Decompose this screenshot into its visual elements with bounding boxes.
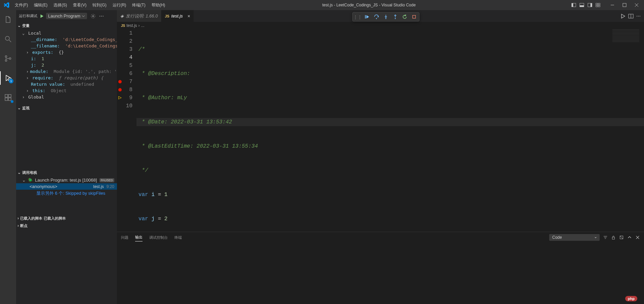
extensions-icon[interactable] (0, 91, 16, 104)
php-watermark: php (625, 296, 637, 301)
menu-selection[interactable]: 选择(S) (51, 1, 70, 9)
bottom-panel: 问题 输出 调试控制台 终端 Code (117, 232, 644, 304)
gear-icon[interactable] (90, 13, 96, 19)
step-out-icon[interactable] (392, 14, 398, 20)
svg-rect-5 (591, 3, 592, 7)
svg-point-30 (386, 18, 387, 19)
panel-tab-problems[interactable]: 问题 (121, 234, 128, 241)
layout-controls (570, 1, 602, 9)
scope-global[interactable]: ›Global (16, 94, 117, 100)
menu-file[interactable]: 文件(F) (12, 1, 31, 9)
debug-sidebar: 运行和调试 Launch Program ⋯ ⌄变量 ⌄Local __dirn… (16, 10, 117, 304)
breakpoint-icon[interactable] (118, 80, 122, 83)
activity-bar: 1 (0, 10, 16, 304)
run-debug-label: 运行和调试 (19, 13, 37, 18)
scope-local[interactable]: ⌄Local (16, 30, 117, 36)
close-panel-icon[interactable] (635, 235, 640, 240)
breakpoints-header[interactable]: ›断点 (16, 222, 117, 229)
more-actions-icon[interactable]: ⋯ (99, 13, 104, 19)
code-content[interactable]: /* * @Description: * @Author: mLy * @Dat… (136, 29, 644, 232)
menu-edit[interactable]: 编辑(E) (31, 1, 50, 9)
show-skipped-frames[interactable]: 显示另外 6 个: Skipped by skipFiles (16, 190, 117, 197)
step-into-icon[interactable] (383, 14, 389, 20)
panel-tab-output[interactable]: 输出 (135, 233, 143, 241)
search-icon[interactable] (0, 32, 16, 46)
debug-config-select[interactable]: Launch Program (46, 13, 87, 19)
var-dirname[interactable]: __dirname: 'd:\LeetCode_Codings_JS' (16, 36, 117, 43)
breadcrumb[interactable]: JS test.js › ... (117, 22, 644, 29)
lock-icon[interactable] (611, 235, 616, 240)
svg-point-17 (5, 60, 7, 62)
svg-point-16 (5, 56, 7, 58)
var-filename[interactable]: __filename: 'd:\LeetCode_Codings_JS… (16, 43, 117, 49)
svg-point-28 (376, 18, 377, 19)
panel-left-icon[interactable] (570, 1, 577, 9)
run-debug-icon[interactable]: 1 (0, 71, 16, 85)
breakpoint-icon[interactable] (118, 88, 122, 91)
split-editor-icon[interactable] (628, 13, 634, 19)
menu-help[interactable]: 帮助(H) (149, 1, 168, 9)
variables-header[interactable]: ⌄变量 (16, 22, 117, 29)
step-over-icon[interactable] (373, 14, 379, 20)
menu-terminal[interactable]: 终端(T) (129, 1, 148, 9)
minimize-button[interactable] (607, 0, 618, 10)
stack-frame-anonymous[interactable]: <anonymous> test.js 9:20 (16, 183, 117, 190)
minimap[interactable] (612, 29, 639, 43)
svg-rect-3 (580, 5, 584, 7)
tab-testjs[interactable]: JS test.js × (161, 10, 194, 22)
var-this[interactable]: ›this: Object (16, 87, 117, 94)
svg-rect-1 (572, 3, 573, 7)
var-exports[interactable]: ›exports: {} (16, 49, 117, 55)
editor-more-icon[interactable]: ⋯ (636, 13, 641, 18)
svg-rect-27 (365, 15, 366, 18)
callstack-header[interactable]: ⌄调用堆栈 (16, 169, 117, 176)
output-channel-select[interactable]: Code (549, 234, 600, 241)
menu-view[interactable]: 查看(V) (70, 1, 89, 9)
svg-rect-22 (8, 98, 11, 101)
glyph-margin[interactable]: ▷ (117, 29, 123, 232)
filter-icon[interactable] (603, 235, 608, 240)
js-file-icon: JS (121, 24, 125, 28)
explorer-icon[interactable] (0, 13, 16, 26)
debug-toolbar-float[interactable]: ⋮⋮ (352, 12, 419, 22)
vscode-logo-icon (3, 2, 9, 8)
line-numbers-gutter[interactable]: 12345678910 (123, 29, 136, 232)
menu-go[interactable]: 转到(G) (90, 1, 109, 9)
continue-icon[interactable] (364, 14, 370, 20)
customize-layout-icon[interactable] (594, 1, 602, 9)
svg-point-24 (92, 15, 94, 17)
var-module[interactable]: ›module: Module {id: '.', path: 'd:\… (16, 68, 117, 75)
panel-right-icon[interactable] (586, 1, 594, 9)
var-j[interactable]: j: 2 (16, 62, 117, 68)
menu-run[interactable]: 运行(R) (110, 1, 129, 9)
panel-bottom-icon[interactable] (578, 1, 586, 9)
panel-tab-debug-console[interactable]: 调试控制台 (149, 234, 168, 241)
tab-release-notes[interactable]: ◈ 发行说明: 1.66.0 (117, 10, 161, 22)
start-debug-button[interactable] (39, 14, 44, 18)
code-editor[interactable]: ▷ 12345678910 /* * @Description: * @Auth… (117, 29, 644, 232)
var-require[interactable]: ›require: ƒ require(path) { (16, 75, 117, 81)
clear-output-icon[interactable] (619, 235, 624, 240)
svg-rect-6 (596, 3, 598, 5)
svg-rect-20 (5, 94, 8, 97)
stop-icon[interactable] (411, 14, 417, 20)
window-title: test.js - LeetCode_Codings_JS - Visual S… (168, 3, 570, 7)
var-return[interactable]: Return value: undefined (16, 81, 117, 87)
source-control-icon[interactable] (0, 52, 16, 65)
maximize-panel-icon[interactable] (627, 235, 632, 240)
loaded-scripts-header[interactable]: ›已载入的脚本已载入的脚本 (16, 215, 117, 222)
restart-icon[interactable] (402, 14, 408, 20)
callstack-thread[interactable]: ⌄ 🪲 Launch Program: test.js [10068] PAUS… (16, 177, 117, 183)
svg-line-39 (620, 236, 623, 239)
extensions-badge (11, 100, 13, 103)
drag-handle-icon[interactable]: ⋮⋮ (355, 14, 361, 20)
close-button[interactable] (631, 0, 642, 10)
maximize-button[interactable] (619, 0, 630, 10)
watch-header[interactable]: ⌄监视 (16, 104, 117, 112)
panel-tab-terminal[interactable]: 终端 (174, 234, 182, 241)
output-panel-body[interactable] (117, 243, 644, 304)
tab-close-icon[interactable]: × (188, 13, 190, 19)
menu-bar: 文件(F) 编辑(E) 选择(S) 查看(V) 转到(G) 运行(R) 终端(T… (12, 1, 168, 9)
var-i[interactable]: i: 1 (16, 55, 117, 62)
run-icon[interactable] (620, 13, 626, 19)
